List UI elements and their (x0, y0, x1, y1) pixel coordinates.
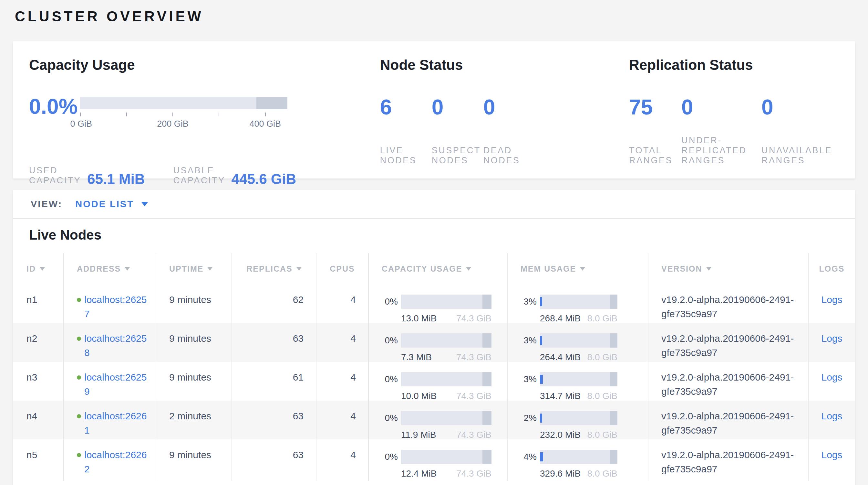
sort-desc-icon (466, 267, 471, 270)
mem-percent-label: 3% (512, 333, 537, 348)
table-row: n1 localhost:26257 9 minutes 62 4 0% (13, 284, 855, 323)
live-status-dot-icon (77, 414, 81, 419)
mem-bar (540, 333, 617, 348)
replicas-cell: 63 (232, 323, 316, 364)
version-cell: v19.2.0-alpha.20190606-2491-gfe735c9a97 (648, 439, 809, 481)
view-label: VIEW: (31, 199, 62, 209)
address-cell: localhost:26259 (64, 362, 156, 403)
column-header-replicas[interactable]: REPLICAS (232, 253, 316, 284)
unavailable-ranges-stat: 0 UNAVAILABLE RANGES (762, 96, 839, 166)
used-capacity-stat: USED CAPACITY 65.1 MiB (29, 166, 145, 186)
view-selected-option: NODE LIST (75, 199, 134, 209)
column-header-address[interactable]: ADDRESS (64, 253, 156, 284)
uptime-cell: 9 minutes (156, 362, 232, 403)
capacity-bar (401, 333, 492, 348)
dead-nodes-label: DEAD NODES (484, 145, 529, 166)
axis-label-200: 200 GiB (157, 119, 189, 129)
used-capacity-value: 65.1 MiB (87, 171, 145, 187)
sort-desc-icon (207, 267, 213, 270)
capacity-bar-reserved-segment (483, 411, 492, 425)
sort-desc-icon (706, 267, 711, 270)
column-header-version[interactable]: VERSION (648, 253, 809, 284)
cpus-cell: 4 (316, 323, 369, 364)
logs-link[interactable]: Logs (821, 411, 842, 421)
address-link[interactable]: localhost:26262 (84, 448, 151, 476)
column-header-mem-usage[interactable]: MEM USAGE (507, 253, 648, 284)
logs-cell: Logs (809, 323, 855, 364)
live-nodes-value: 6 (380, 96, 432, 118)
usable-capacity-stat: USABLE CAPACITY 445.6 GiB (174, 166, 297, 186)
version-cell: v19.2.0-alpha.20190606-2491-gfe735c9a97 (648, 401, 809, 442)
sort-desc-icon (297, 267, 302, 270)
logs-link[interactable]: Logs (821, 372, 842, 382)
suspect-nodes-value: 0 (432, 96, 484, 118)
logs-link[interactable]: Logs (821, 450, 842, 460)
cluster-overview-page: CLUSTER OVERVIEW Capacity Usage 0.0% 0 G… (0, 0, 868, 485)
summary-card: Capacity Usage 0.0% 0 GiB 200 GiB 400 Gi… (13, 41, 855, 178)
capacity-usage-cell: 0% 7.3 MiB 74.3 GiB (369, 323, 507, 364)
live-status-dot-icon (77, 453, 81, 457)
mem-used-value: 329.6 MiB (540, 466, 581, 481)
capacity-percent-label: 0% (373, 411, 398, 425)
logs-cell: Logs (809, 362, 855, 403)
view-selector-dropdown[interactable]: NODE LIST (75, 199, 148, 209)
capacity-bar-reserved-segment (256, 97, 287, 109)
table-row: n4 localhost:26261 2 minutes 63 4 0% (13, 401, 855, 439)
logs-link[interactable]: Logs (821, 294, 842, 305)
axis-label-400: 400 GiB (250, 119, 281, 129)
capacity-percent-label: 0% (373, 450, 398, 464)
capacity-bar-reserved-segment (483, 333, 492, 348)
suspect-nodes-label: SUSPECT NODES (432, 145, 477, 166)
mem-usage-cell: 2% 232.0 MiB 8.0 GiB (507, 401, 648, 442)
mem-percent-label: 2% (512, 411, 537, 425)
node-id-cell: n2 (13, 323, 64, 364)
address-link[interactable]: localhost:26257 (84, 293, 151, 321)
logs-cell: Logs (809, 284, 855, 325)
live-status-dot-icon (77, 298, 81, 302)
table-body: n1 localhost:26257 9 minutes 62 4 0% (13, 284, 855, 485)
capacity-max-value: 74.3 GiB (456, 466, 492, 481)
address-link[interactable]: localhost:26259 (84, 370, 151, 399)
uptime-cell: 9 minutes (156, 284, 232, 325)
unavailable-ranges-label: UNAVAILABLE RANGES (762, 145, 836, 166)
replicas-cell: 61 (232, 362, 316, 403)
capacity-bar (401, 411, 492, 425)
column-header-uptime[interactable]: UPTIME (156, 253, 232, 284)
capacity-bar (401, 450, 492, 464)
live-nodes-stat: 6 LIVE NODES (380, 96, 432, 166)
live-status-dot-icon (77, 375, 81, 379)
mem-bar (540, 372, 617, 387)
table-header-row: ID ADDRESS UPTIME REPLICAS CPUS CAPACITY… (13, 253, 855, 284)
capacity-bar-reserved-segment (483, 294, 492, 309)
node-id-cell: n4 (13, 401, 64, 442)
capacity-used-percent: 0.0% (29, 96, 80, 117)
address-link[interactable]: localhost:26261 (84, 409, 151, 437)
capacity-percent-label: 0% (373, 333, 398, 348)
uptime-cell: 9 minutes (156, 323, 232, 364)
address-link[interactable]: localhost:26258 (84, 332, 151, 360)
under-replicated-ranges-label: UNDER-REPLICATED RANGES (681, 136, 750, 166)
mem-bar-fill (540, 375, 543, 384)
capacity-percent-label: 0% (373, 294, 398, 309)
usable-capacity-label: USABLE CAPACITY (174, 166, 227, 186)
column-header-id[interactable]: ID (13, 253, 64, 284)
capacity-usage-section: Capacity Usage 0.0% 0 GiB 200 GiB 400 Gi… (29, 57, 380, 166)
mem-percent-label: 3% (512, 372, 537, 387)
mem-bar-fill (540, 336, 542, 345)
mem-usage-cell: 3% 264.4 MiB 8.0 GiB (507, 323, 648, 364)
mem-percent-label: 3% (512, 294, 537, 309)
axis-label-0: 0 GiB (70, 119, 92, 129)
column-header-cpus: CPUS (316, 253, 369, 284)
capacity-bar (401, 372, 492, 387)
replicas-cell: 62 (232, 284, 316, 325)
view-bar: VIEW: NODE LIST (13, 190, 855, 219)
axis-tick (219, 113, 219, 116)
cpus-cell: 4 (316, 439, 369, 481)
mem-usage-cell: 4% 329.6 MiB 8.0 GiB (507, 439, 648, 481)
logs-cell: Logs (809, 439, 855, 481)
column-header-capacity-usage[interactable]: CAPACITY USAGE (369, 253, 507, 284)
mem-bar-reserved-segment (610, 372, 617, 387)
axis-tick (173, 113, 173, 116)
logs-link[interactable]: Logs (821, 333, 842, 344)
mem-bar-fill (540, 452, 543, 461)
